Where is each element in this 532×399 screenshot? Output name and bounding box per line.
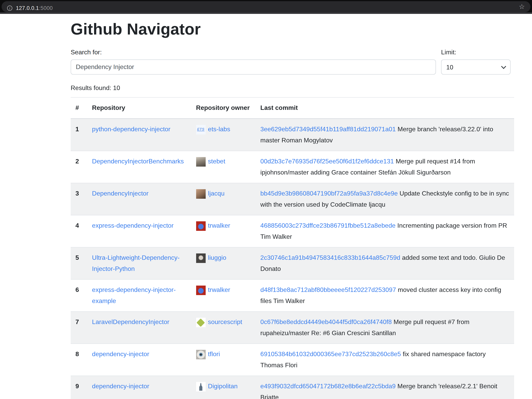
table-row: 5 Ultra-Lightweight-Dependency-Injector-… xyxy=(71,247,514,279)
table-row: 6 express-dependency-injector-example tr… xyxy=(71,279,514,312)
repository-link[interactable]: python-dependency-injector xyxy=(92,126,171,132)
url-host: 127.0.0.1 xyxy=(16,5,39,11)
owner-avatar-trwalker xyxy=(196,221,206,231)
table-row: 1 python-dependency-injector ETS ets-lab… xyxy=(71,119,514,151)
owner-avatar-tflori xyxy=(196,350,206,359)
owner-avatar-stebet xyxy=(196,157,206,166)
table-row: 2 DependencyInjectorBenchmarks stebet 00… xyxy=(71,151,514,183)
col-header-repo: Repository xyxy=(87,97,191,119)
col-header-owner: Repository owner xyxy=(191,97,256,119)
owner-link[interactable]: trwalker xyxy=(208,284,230,295)
table-row: 9 dependency-injector Digipolitan e493f9… xyxy=(71,376,514,399)
commit-hash-link[interactable]: 3ee629eb5d7349d55f41b119aff81dd219071a01 xyxy=(260,126,396,132)
table-row: 7 LaravelDependencyInjector sourcescript… xyxy=(71,312,514,344)
owner-avatar-ljacqu xyxy=(196,189,206,199)
owner-link[interactable]: trwalker xyxy=(208,220,230,231)
owner-link[interactable]: ets-labs xyxy=(208,124,230,135)
results-count: Results found: 10 xyxy=(71,85,514,92)
limit-select[interactable]: 10 xyxy=(441,60,511,74)
repository-link[interactable]: dependency-injector xyxy=(92,383,149,389)
repository-link[interactable]: Ultra-Lightweight-Dependency-Injector-Py… xyxy=(92,254,180,272)
commit-hash-link[interactable]: e493f9032dfcd65047172b682e8b6eaf22c5bda9 xyxy=(260,383,396,389)
owner-avatar-liuggio xyxy=(196,253,206,263)
owner-link[interactable]: tflori xyxy=(208,349,220,360)
owner-avatar-ets-labs: ETS xyxy=(196,125,206,135)
commit-hash-link[interactable]: bb45d9e3b98608047190bf72a95fa9a37d8c4e9e xyxy=(260,190,398,197)
site-info-icon[interactable]: i xyxy=(7,5,12,11)
commit-hash-link[interactable]: 2c30746c1a91b4947583416c833b1644a85c759d xyxy=(260,254,400,261)
bookmark-star-icon[interactable]: ☆ xyxy=(519,3,525,10)
results-tbody: 1 python-dependency-injector ETS ets-lab… xyxy=(71,119,514,399)
results-table: # Repository Repository owner Last commi… xyxy=(71,97,514,399)
commit-hash-link[interactable]: 0c67f6be8eddcd4449eb4044f5df0ca26f4740f8 xyxy=(260,319,392,325)
building-icon xyxy=(198,383,204,391)
row-number: 9 xyxy=(71,376,87,399)
url-port: :5000 xyxy=(39,5,53,11)
owner-link[interactable]: sourcescript xyxy=(208,317,242,328)
owner-avatar-trwalker xyxy=(196,286,206,295)
commit-hash-link[interactable]: 69105384b61032d000365ee737cd2523b260c8e5 xyxy=(260,351,401,357)
table-header-row: # Repository Repository owner Last commi… xyxy=(71,97,514,119)
repository-link[interactable]: LaravelDependencyInjector xyxy=(92,319,170,325)
row-number: 6 xyxy=(71,279,87,312)
col-header-commit: Last commit xyxy=(256,97,514,119)
owner-link[interactable]: Digipolitan xyxy=(208,381,238,392)
row-number: 7 xyxy=(71,312,87,344)
page-content: Github Navigator Search for: Limit: 10 R… xyxy=(0,14,532,399)
owner-link[interactable]: stebet xyxy=(208,156,225,167)
row-number: 3 xyxy=(71,183,87,215)
owner-avatar-digipolitan xyxy=(196,382,206,392)
search-input[interactable] xyxy=(71,60,436,74)
table-row: 3 DependencyInjector ljacqu bb45d9e3b986… xyxy=(71,183,514,215)
commit-hash-link[interactable]: d48f13be8ac712abf80bbeeee5f120227d253097 xyxy=(260,286,396,293)
repository-link[interactable]: dependency-injector xyxy=(92,351,149,357)
repository-link[interactable]: express-dependency-injector-example xyxy=(92,286,176,304)
url-text[interactable]: 127.0.0.1:5000 xyxy=(16,5,53,11)
table-row: 4 express-dependency-injector trwalker 4… xyxy=(71,215,514,247)
owner-link[interactable]: liuggio xyxy=(208,252,227,263)
repository-link[interactable]: DependencyInjector xyxy=(92,190,149,197)
chrome-bottom-strip xyxy=(0,12,532,14)
page-title: Github Navigator xyxy=(71,19,514,38)
search-form: Search for: Limit: 10 xyxy=(71,49,514,74)
address-bar[interactable]: i 127.0.0.1:5000 ☆ xyxy=(2,1,530,12)
row-number: 8 xyxy=(71,344,87,376)
repository-link[interactable]: DependencyInjectorBenchmarks xyxy=(92,158,184,165)
owner-avatar-sourcescript xyxy=(196,318,206,327)
commit-hash-link[interactable]: 00d2b3c7e76935d76f25ee50f6d1f2ef6ddce131 xyxy=(260,158,394,165)
owner-link[interactable]: ljacqu xyxy=(208,188,225,199)
search-label: Search for: xyxy=(71,49,436,56)
row-number: 2 xyxy=(71,151,87,183)
browser-chrome: i 127.0.0.1:5000 ☆ xyxy=(0,0,532,14)
row-number: 1 xyxy=(71,119,87,151)
col-header-num: # xyxy=(71,97,87,119)
diamond-icon xyxy=(196,318,205,327)
browser-window: i 127.0.0.1:5000 ☆ Github Navigator Sear… xyxy=(0,0,532,399)
repository-link[interactable]: express-dependency-injector xyxy=(92,222,174,229)
table-row: 8 dependency-injector tflori 69105384b61… xyxy=(71,344,514,376)
row-number: 4 xyxy=(71,215,87,247)
commit-hash-link[interactable]: 468856003c273dffce23b86791fbbe512a8ebede xyxy=(260,222,396,229)
limit-label: Limit: xyxy=(441,49,511,56)
row-number: 5 xyxy=(71,247,87,279)
